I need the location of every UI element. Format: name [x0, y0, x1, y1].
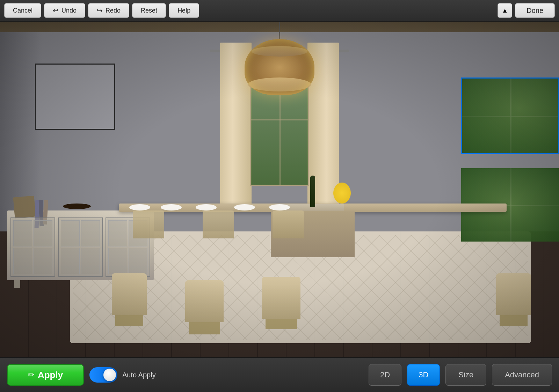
mode-2d-label: 2D	[380, 370, 390, 379]
mode-3d-button[interactable]: 3D	[407, 364, 440, 386]
sideboard-door-left	[10, 217, 55, 277]
reset-button[interactable]: Reset	[132, 3, 166, 18]
mode-2d-button[interactable]: 2D	[369, 364, 401, 386]
cancel-button[interactable]: Cancel	[4, 3, 41, 18]
collapse-icon: ▲	[502, 7, 508, 14]
door-pane	[13, 248, 32, 274]
chair-front-right	[262, 277, 300, 319]
redo-label: Redo	[106, 7, 121, 14]
door-pane	[13, 220, 32, 246]
collapse-button[interactable]: ▲	[498, 3, 512, 18]
chair-front-left	[112, 273, 147, 315]
auto-apply-label: Auto Apply	[122, 371, 156, 379]
undo-button[interactable]: ↩ Undo	[44, 3, 85, 18]
size-button[interactable]: Size	[445, 364, 486, 386]
apply-icon: ✏	[28, 370, 34, 379]
door-pane	[61, 248, 80, 274]
right-window-top	[461, 77, 559, 154]
toggle-thumb	[103, 369, 116, 381]
chandelier-body	[245, 39, 314, 95]
help-label: Help	[177, 7, 190, 14]
door-pane	[81, 220, 100, 246]
room-scene	[0, 22, 559, 357]
canvas-area[interactable]	[0, 22, 559, 357]
door-pane	[81, 248, 100, 274]
dining-table	[108, 204, 517, 301]
right-window-area	[461, 50, 559, 131]
redo-button[interactable]: ↪ Redo	[88, 3, 129, 18]
reset-label: Reset	[141, 7, 157, 14]
chair-front-center	[185, 280, 224, 322]
chair-back-center	[203, 210, 234, 238]
apply-button[interactable]: ✏ Apply	[7, 364, 84, 386]
door-pane	[34, 248, 52, 274]
auto-apply-toggle[interactable]	[89, 367, 117, 383]
door-pane	[61, 220, 80, 246]
size-label: Size	[458, 370, 473, 379]
door-pane	[34, 220, 52, 246]
chandelier	[245, 22, 314, 95]
apply-label: Apply	[38, 370, 63, 380]
done-button[interactable]: Done	[515, 3, 555, 18]
sideboard-door-center	[58, 217, 103, 277]
chandelier-chain	[279, 22, 280, 39]
advanced-label: Advanced	[505, 370, 539, 379]
undo-label: Undo	[61, 7, 77, 14]
bottom-toolbar: ✏ Apply Auto Apply 2D 3D Size Advanced	[0, 357, 559, 392]
undo-icon: ↩	[53, 6, 59, 15]
mode-3d-label: 3D	[419, 370, 428, 379]
cancel-label: Cancel	[13, 7, 32, 14]
help-button[interactable]: Help	[169, 3, 199, 18]
redo-icon: ↪	[97, 6, 103, 15]
picture-frame	[35, 64, 115, 130]
advanced-button[interactable]: Advanced	[492, 364, 552, 386]
chair-far-right	[496, 273, 531, 315]
chair-back-right	[273, 210, 304, 238]
chair-back-left	[133, 210, 164, 238]
top-toolbar: Cancel ↩ Undo ↪ Redo Reset Help ▲ Done	[0, 0, 559, 22]
auto-apply-toggle-container: Auto Apply	[89, 367, 156, 383]
done-label: Done	[527, 7, 543, 15]
